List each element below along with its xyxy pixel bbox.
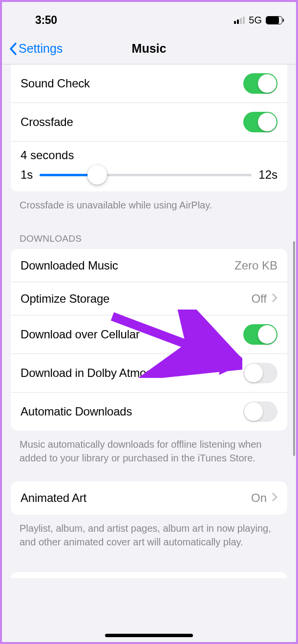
download-cellular-label: Download over Cellular (21, 328, 140, 341)
slider-max-label: 12s (258, 168, 277, 182)
battery-icon (266, 16, 282, 24)
crossfade-slider[interactable] (40, 174, 252, 176)
status-time: 3:50 (35, 14, 57, 27)
download-cellular-toggle[interactable] (243, 324, 277, 345)
optimize-storage-value: Off (251, 292, 267, 306)
crossfade-row: Crossfade (11, 103, 287, 142)
animated-art-value: On (251, 491, 267, 505)
back-label: Settings (19, 42, 63, 56)
downloads-header: DOWNLOADS (2, 216, 296, 249)
content-scroll[interactable]: Sound Check Crossfade 4 seconds 1s 12s (2, 64, 296, 642)
slider-thumb[interactable] (87, 165, 107, 185)
chevron-left-icon (9, 42, 18, 56)
crossfade-label: Crossfade (21, 115, 73, 129)
download-dolby-toggle[interactable] (243, 363, 277, 383)
status-indicators: 5G (234, 15, 282, 26)
automatic-downloads-label: Automatic Downloads (21, 405, 132, 418)
slider-min-label: 1s (21, 168, 33, 182)
sound-check-label: Sound Check (21, 77, 90, 90)
back-button[interactable]: Settings (9, 42, 63, 56)
crossfade-toggle[interactable] (243, 112, 277, 132)
cellular-signal-icon (234, 16, 245, 24)
page-title: Music (132, 42, 167, 56)
optimize-storage-label: Optimize Storage (21, 292, 109, 306)
crossfade-slider-row: 4 seconds 1s 12s (11, 142, 287, 191)
scroll-indicator (293, 241, 295, 456)
animated-art-row[interactable]: Animated Art On (11, 481, 287, 515)
sound-check-toggle[interactable] (243, 73, 277, 94)
download-dolby-row: Download in Dolby Atmos (11, 354, 287, 393)
sound-check-row: Sound Check (11, 64, 287, 103)
home-indicator[interactable] (105, 634, 193, 637)
chevron-right-icon (272, 491, 277, 505)
downloaded-music-value: Zero KB (234, 259, 277, 272)
navigation-bar: Settings Music (2, 33, 296, 64)
crossfade-footer: Crossfade is unavailable while using Air… (2, 191, 296, 216)
downloaded-music-label: Downloaded Music (21, 259, 118, 272)
playback-group: Sound Check Crossfade 4 seconds 1s 12s (11, 64, 287, 191)
downloaded-music-row[interactable]: Downloaded Music Zero KB (11, 249, 287, 282)
automatic-downloads-toggle[interactable] (243, 401, 277, 422)
animated-art-label: Animated Art (21, 491, 86, 505)
animated-art-group: Animated Art On (11, 481, 287, 515)
status-bar: 3:50 5G (2, 2, 296, 33)
downloads-group: Downloaded Music Zero KB Optimize Storag… (11, 249, 287, 431)
next-group-peek (11, 572, 287, 578)
downloads-footer: Music automatically downloads for offlin… (2, 431, 296, 469)
chevron-right-icon (272, 292, 277, 306)
device-frame: 3:50 5G Settings Music Sound Check Cross… (2, 2, 296, 642)
automatic-downloads-row: Automatic Downloads (11, 393, 287, 431)
optimize-storage-row[interactable]: Optimize Storage Off (11, 282, 287, 315)
animated-art-footer: Playlist, album, and artist pages, album… (2, 515, 296, 553)
crossfade-duration-label: 4 seconds (21, 148, 277, 162)
network-type: 5G (249, 15, 262, 26)
download-cellular-row: Download over Cellular (11, 315, 287, 354)
download-dolby-label: Download in Dolby Atmos (21, 366, 152, 380)
